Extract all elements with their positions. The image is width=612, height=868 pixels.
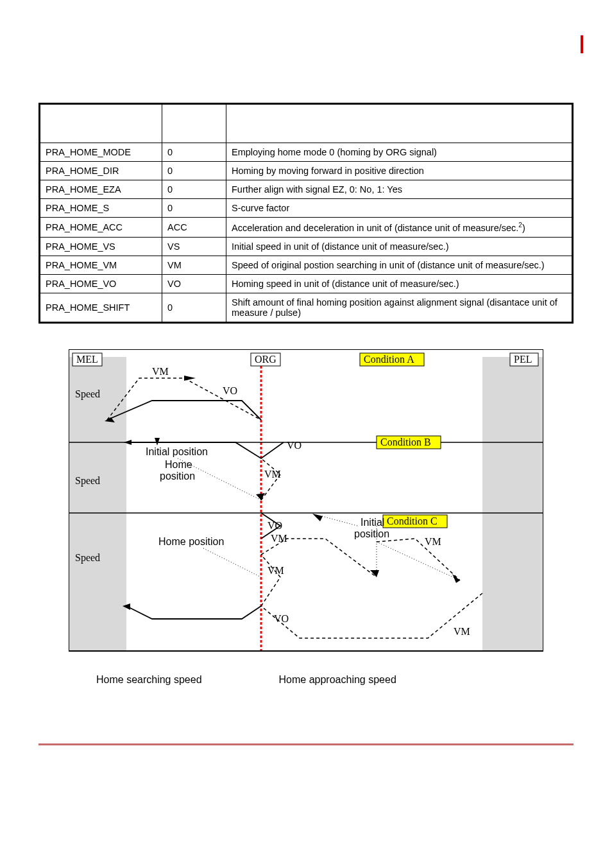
svg-text:Home position: Home position [158, 536, 224, 547]
svg-rect-3 [69, 349, 543, 651]
param-value: ACC [162, 218, 226, 238]
table-row: PRA_HOME_VS VS Initial speed in unit of … [40, 237, 572, 256]
svg-rect-1 [482, 357, 543, 651]
param-desc: Acceleration and deceleration in unit of… [226, 218, 572, 238]
svg-text:VM: VM [264, 469, 281, 480]
param-desc: Shift amount of final homing position ag… [226, 293, 572, 322]
svg-marker-41 [370, 570, 379, 577]
param-value: 0 [162, 180, 226, 199]
param-desc-tail: ) [522, 223, 525, 233]
svg-text:Condition B: Condition B [380, 437, 431, 447]
param-name: PRA_HOME_VS [40, 237, 162, 256]
param-desc: Further align with signal EZ, 0: No, 1: … [226, 180, 572, 199]
footer-rule [38, 743, 574, 745]
svg-text:position: position [354, 528, 389, 539]
svg-text:Speed: Speed [75, 475, 100, 487]
param-value: 0 [162, 199, 226, 218]
param-desc: Homing speed in unit of (distance unit o… [226, 274, 572, 293]
param-value: 0 [162, 293, 226, 322]
svg-text:VO: VO [268, 520, 282, 531]
svg-text:VM: VM [454, 626, 470, 637]
param-value: 0 [162, 162, 226, 180]
svg-text:Home: Home [165, 459, 192, 470]
svg-text:VM: VM [425, 536, 441, 547]
table-row: PRA_HOME_EZA 0 Further align with signal… [40, 180, 572, 199]
legend-label: Home approaching speed [279, 674, 396, 686]
param-name: PRA_HOME_S [40, 199, 162, 218]
param-value: 0 [162, 143, 226, 162]
svg-rect-0 [69, 357, 126, 651]
svg-text:Speed: Speed [75, 388, 100, 400]
homing-diagram: MEL ORG Condition A PEL Speed VM VO Cond… [69, 349, 543, 670]
svg-text:Initial: Initial [361, 517, 384, 528]
svg-text:VM: VM [268, 565, 284, 576]
param-name: PRA_HOME_DIR [40, 162, 162, 180]
svg-text:VO: VO [274, 613, 289, 624]
svg-text:position: position [160, 471, 195, 482]
param-name: PRA_HOME_MODE [40, 143, 162, 162]
param-name: PRA_HOME_EZA [40, 180, 162, 199]
param-value: VO [162, 274, 226, 293]
param-name: PRA_HOME_ACC [40, 218, 162, 238]
svg-text:ORG: ORG [255, 354, 276, 365]
param-name: PRA_HOME_SHIFT [40, 293, 162, 322]
legend-item: Home searching speed [96, 674, 202, 686]
svg-text:VM: VM [152, 366, 169, 377]
legend-item: Home approaching speed [279, 674, 396, 686]
svg-marker-14 [184, 376, 196, 381]
param-desc: Employing home mode 0 (homing by ORG sig… [226, 143, 572, 162]
param-desc: Speed of original postion searching in u… [226, 256, 572, 274]
svg-text:VM: VM [271, 533, 287, 544]
diagram-legend: Home searching speed Home approaching sp… [38, 674, 574, 686]
table-row: PRA_HOME_SHIFT 0 Shift amount of final h… [40, 293, 572, 322]
table-row: PRA_HOME_VO VO Homing speed in unit of (… [40, 274, 572, 293]
param-value: VS [162, 237, 226, 256]
svg-text:VO: VO [223, 385, 237, 396]
table-row: PRA_HOME_S 0 S-curve factor [40, 199, 572, 218]
parameter-table: PRA_HOME_MODE 0 Employing home mode 0 (h… [38, 103, 574, 324]
param-name: PRA_HOME_VO [40, 274, 162, 293]
table-header-row [40, 105, 572, 143]
svg-marker-22 [155, 438, 160, 446]
table-row: PRA_HOME_DIR 0 Homing by moving forward … [40, 162, 572, 180]
page: PRA_HOME_MODE 0 Employing home mode 0 (h… [0, 0, 612, 765]
table-row: PRA_HOME_MODE 0 Employing home mode 0 (h… [40, 143, 572, 162]
table-header [226, 105, 572, 143]
svg-text:VO: VO [287, 440, 302, 451]
table-row: PRA_HOME_ACC ACC Acceleration and decele… [40, 218, 572, 238]
svg-marker-28 [256, 493, 265, 500]
legend-label: Home searching speed [96, 674, 202, 686]
svg-text:Speed: Speed [75, 552, 100, 564]
param-name: PRA_HOME_VM [40, 256, 162, 274]
svg-text:PEL: PEL [514, 354, 532, 365]
svg-marker-36 [312, 514, 323, 521]
cursor-mark [581, 35, 583, 53]
param-desc-text: Acceleration and deceleration in unit of… [232, 223, 518, 233]
table-header [40, 105, 162, 143]
svg-text:Condition A: Condition A [364, 354, 414, 365]
param-desc: S-curve factor [226, 199, 572, 218]
param-desc: Homing by moving forward in positive dir… [226, 162, 572, 180]
param-desc: Initial speed in unit of (distance unit … [226, 237, 572, 256]
table-row: PRA_HOME_VM VM Speed of original postion… [40, 256, 572, 274]
svg-text:MEL: MEL [76, 354, 98, 365]
svg-text:Condition C: Condition C [387, 516, 438, 526]
svg-text:Initial position: Initial position [146, 446, 208, 457]
svg-marker-38 [452, 574, 460, 583]
param-value: VM [162, 256, 226, 274]
table-header [162, 105, 226, 143]
